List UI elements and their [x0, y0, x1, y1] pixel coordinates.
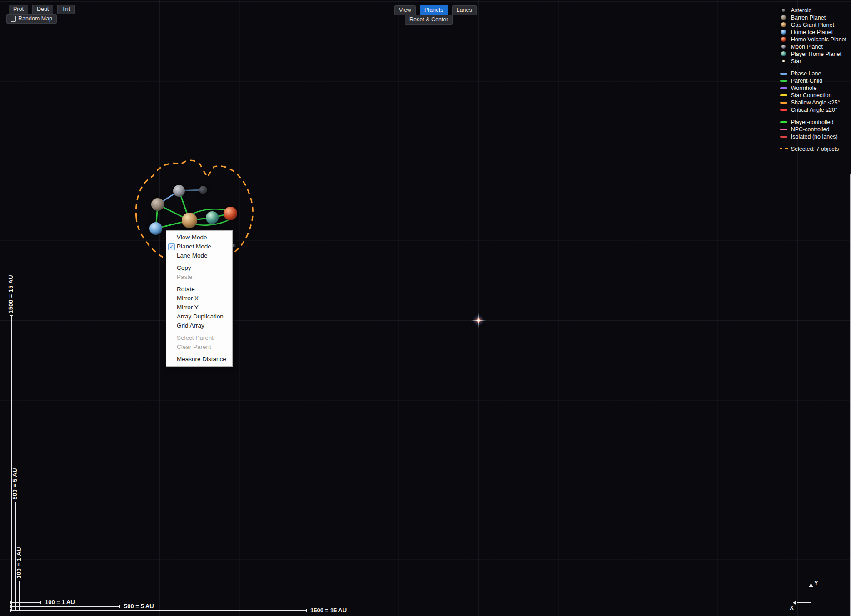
legend-row: Wormhole: [780, 85, 846, 91]
legend-label: Star: [791, 58, 801, 65]
menu-item-label: View Mode: [177, 234, 207, 241]
legend-icon-cell: [780, 60, 788, 62]
menu-item-grid-array[interactable]: Grid Array: [166, 321, 232, 330]
menu-item-paste: Paste: [166, 273, 232, 282]
menu-item-array-duplication[interactable]: Array Duplication: [166, 312, 232, 321]
legend-icon-cell: [780, 51, 788, 56]
legend-icon-cell: [780, 136, 788, 138]
menu-item-label: Mirror Y: [177, 304, 199, 311]
legend-icon-cell: [780, 73, 788, 75]
menu-item-copy[interactable]: Copy: [166, 263, 232, 273]
ruler-tick: [119, 605, 120, 608]
moon-icon: [781, 45, 786, 49]
legend-label: Barren Planet: [791, 15, 826, 21]
tab-view[interactable]: View: [394, 5, 416, 15]
gas-giant-icon: [781, 22, 786, 27]
legend-row: Gas Giant Planet: [780, 22, 846, 28]
element-toolbar: Prot Deut Trit: [9, 5, 75, 14]
legend-icon-cell: [780, 30, 788, 35]
menu-item-label: Array Duplication: [177, 313, 224, 320]
menu-item-measure-distance[interactable]: Measure Distance: [166, 355, 232, 364]
menu-item-label: Select Parent: [177, 334, 214, 341]
reset-center-button[interactable]: Reset & Center: [405, 15, 453, 25]
barren-planet[interactable]: [151, 198, 164, 211]
npc-controlled-line-icon: [780, 129, 787, 130]
legend-label: Home Volcanic Planet: [791, 36, 846, 43]
legend-label: Parent-Child: [791, 78, 822, 84]
legend-row: Shallow Angle ≤25°: [780, 99, 846, 105]
ruler-tick: [306, 609, 307, 612]
menu-item-view-mode[interactable]: View Mode: [166, 233, 232, 242]
horizontal-ruler-line: [11, 602, 41, 603]
legend-row: Barren Planet: [780, 15, 846, 20]
barren-icon: [781, 15, 786, 20]
horizontal-ruler-label: 1500 = 15 AU: [310, 607, 347, 614]
legend-row: Home Ice Planet: [780, 29, 846, 35]
legend-label: Player Home Planet: [791, 51, 841, 57]
vertical-ruler-line: [11, 316, 12, 611]
volcanic-planet[interactable]: [224, 207, 237, 220]
legend-icon-cell: [780, 109, 788, 111]
legend-row: Critical Angle ≤20°: [780, 107, 846, 113]
player-controlled-line-icon: [780, 121, 787, 123]
star-connection-line-icon: [780, 94, 787, 96]
star-object[interactable]: [473, 314, 484, 326]
menu-item-lane-mode[interactable]: Lane Mode: [166, 251, 232, 260]
legend-row: Isolated (no lanes): [780, 134, 846, 139]
legend-label: Critical Angle ≤20°: [791, 107, 837, 113]
menu-item-planet-mode[interactable]: ✓Planet Mode: [166, 242, 232, 251]
legend-row: Moon Planet: [780, 44, 846, 50]
map-lanes-layer: [0, 0, 851, 616]
legend-label: Player-controlled: [791, 119, 834, 125]
menu-item-rotate[interactable]: Rotate: [166, 285, 232, 294]
vertical-ruler-label: 1500 = 15 AU: [7, 275, 14, 313]
legend-selection: Selected: 7 objects: [780, 146, 846, 152]
menu-item-label: Paste: [177, 273, 193, 280]
gas-giant-planet[interactable]: [182, 213, 197, 228]
deut-button[interactable]: Deut: [32, 5, 53, 14]
x-axis-line: [797, 602, 811, 603]
ruler-tick: [10, 601, 11, 604]
ice-icon: [781, 30, 786, 35]
map-editor-canvas[interactable]: n Prot Deut Trit Random Map View Planets…: [0, 0, 851, 616]
trit-button[interactable]: Trit: [57, 5, 75, 14]
menu-item-label: Planet Mode: [177, 243, 211, 250]
horizontal-ruler-line: [11, 606, 120, 607]
legend-label: Wormhole: [791, 85, 817, 91]
legend-icon-cell: [780, 9, 788, 12]
player-home-icon: [781, 51, 786, 56]
small-dark-planet[interactable]: [199, 186, 207, 194]
legend-label: Home Ice Planet: [791, 29, 833, 35]
legend-icon-cell: [780, 87, 788, 89]
x-axis-label: X: [790, 604, 794, 611]
ruler-tick: [40, 601, 41, 604]
horizontal-ruler-label: 500 = 5 AU: [124, 603, 154, 610]
menu-separator: [167, 332, 232, 332]
legend-icon-cell: [780, 37, 788, 42]
legend-label: Star Connection: [791, 92, 832, 99]
critical-angle-20-line-icon: [780, 109, 787, 111]
random-map-button[interactable]: Random Map: [6, 14, 57, 24]
shallow-angle-25-line-icon: [780, 102, 787, 104]
tab-lanes[interactable]: Lanes: [452, 5, 477, 15]
horizontal-ruler-label: 100 = 1 AU: [45, 599, 75, 606]
random-map-icon: [11, 16, 16, 22]
menu-item-mirror-x[interactable]: Mirror X: [166, 294, 232, 303]
ruler-tick: [10, 315, 13, 316]
player-home-planet[interactable]: [206, 211, 219, 224]
legend-label: Isolated (no lanes): [791, 134, 838, 140]
menu-item-label: Grid Array: [177, 322, 204, 329]
legend-row: NPC-controlled: [780, 126, 846, 132]
legend-icon-cell: [780, 80, 788, 82]
legend-row: Player-controlled: [780, 119, 846, 125]
ice-planet[interactable]: [149, 222, 162, 235]
moon-planet[interactable]: [173, 185, 185, 197]
menu-item-mirror-y[interactable]: Mirror Y: [166, 303, 232, 312]
prot-button[interactable]: Prot: [9, 5, 28, 14]
menu-separator: [167, 283, 232, 283]
tab-planets[interactable]: Planets: [420, 5, 448, 15]
legend-row: Asteroid: [780, 7, 846, 13]
menu-item-label: Clear Parent: [177, 343, 211, 350]
legend-control-types: Player-controlledNPC-controlledIsolated …: [780, 119, 846, 139]
y-axis-label: Y: [814, 580, 818, 586]
